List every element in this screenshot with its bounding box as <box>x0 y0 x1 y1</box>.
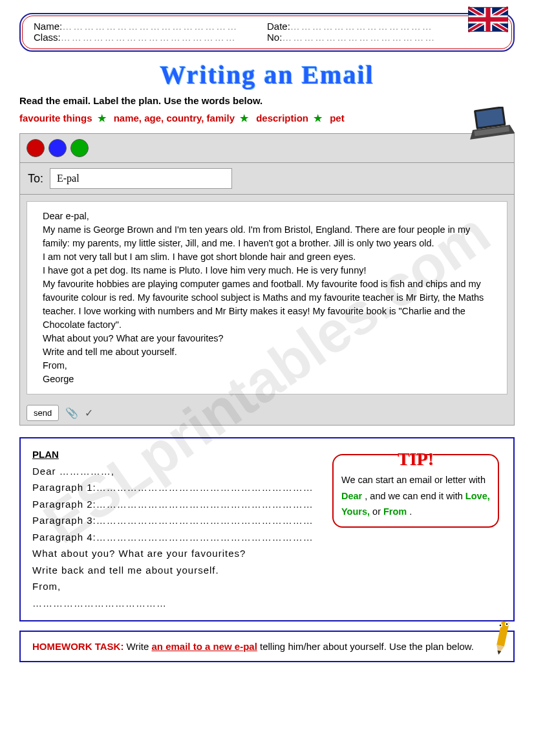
svg-point-9 <box>500 625 502 627</box>
maximize-dot-icon <box>70 139 89 157</box>
send-button[interactable]: send <box>27 405 59 421</box>
laptop-icon <box>467 107 515 140</box>
plan-line[interactable]: Paragraph 4:……………………………………………………… <box>32 529 502 546</box>
tip-text: We can start an email or letter with <box>341 475 486 485</box>
email-line: Write and tell me about yourself. <box>43 345 491 359</box>
window-titlebar <box>20 134 514 162</box>
plan-line: Write back and tell me about yourself. <box>32 562 502 579</box>
no-label: No: <box>267 32 282 43</box>
date-input-line[interactable]: ………………………………… <box>290 21 433 32</box>
class-label: Class: <box>34 32 61 43</box>
plan-line: From, <box>32 578 502 595</box>
email-line: From, <box>43 359 491 373</box>
date-label: Date: <box>267 21 290 32</box>
close-dot-icon <box>27 139 45 157</box>
homework-text: Write <box>127 641 152 652</box>
email-window: To: E-pal Dear e-pal, My name is George … <box>19 133 515 426</box>
tip-text: , and we can end it with <box>365 491 465 501</box>
send-row: send 📎 ✓ <box>20 401 514 425</box>
no-input-line[interactable]: …………………………………… <box>282 32 436 43</box>
email-line: George <box>43 373 491 386</box>
tip-text: . <box>409 506 412 517</box>
email-line: Dear e-pal, <box>43 210 491 223</box>
homework-label: HOMEWORK TASK: <box>32 641 123 652</box>
uk-flag-icon <box>468 6 508 32</box>
tip-text: or <box>372 506 383 517</box>
instruction-text: Read the email. Label the plan. Use the … <box>19 95 515 106</box>
student-info-box: Name:………………………………………… Date:…………………………………… <box>19 13 515 52</box>
to-label: To: <box>28 172 43 186</box>
minimize-dot-icon <box>48 139 67 157</box>
email-line: My favourite hobbies are playing compute… <box>43 277 491 332</box>
word-bank: favourite things★ name, age, country, fa… <box>19 113 515 124</box>
email-body: Dear e-pal, My name is George Brown and … <box>27 201 507 394</box>
to-row: To: E-pal <box>20 162 514 195</box>
tip-keyword: From <box>383 506 407 517</box>
email-line: I am not very tall but I am slim. I have… <box>43 250 491 264</box>
homework-box: HOMEWORK TASK: Write an email to a new e… <box>19 631 515 662</box>
plan-box: PLAN Dear ……………, Paragraph 1:……………………………… <box>19 437 515 621</box>
homework-text: telling him/her about yourself. Use the … <box>260 641 474 652</box>
tip-box: TIP! We can start an email or letter wit… <box>332 454 499 528</box>
paperclip-icon[interactable]: 📎 <box>65 407 78 419</box>
plan-line: What about you? What are your favourites… <box>32 545 502 562</box>
svg-marker-6 <box>495 645 504 656</box>
svg-marker-7 <box>497 651 501 655</box>
email-line: My name is George Brown and I'm ten year… <box>43 223 491 250</box>
tip-keyword: Dear <box>341 491 362 501</box>
name-input-line[interactable]: ………………………………………… <box>62 21 238 32</box>
homework-task: an email to a new e-pal <box>151 641 257 652</box>
email-line: I have got a pet dog. Its name is Pluto.… <box>43 264 491 277</box>
svg-point-11 <box>506 623 508 625</box>
class-input-line[interactable]: ………………………………………… <box>61 32 237 43</box>
worksheet-title: Writing an Email <box>19 59 515 90</box>
email-line: What about you? What are your favourites… <box>43 332 491 345</box>
plan-line[interactable]: ………………………………… <box>32 595 502 612</box>
name-label: Name: <box>34 21 62 32</box>
checkmark-icon[interactable]: ✓ <box>85 407 93 419</box>
to-field[interactable]: E-pal <box>50 168 232 189</box>
pencil-icon <box>487 618 520 659</box>
tip-badge: TIP! <box>398 444 434 475</box>
